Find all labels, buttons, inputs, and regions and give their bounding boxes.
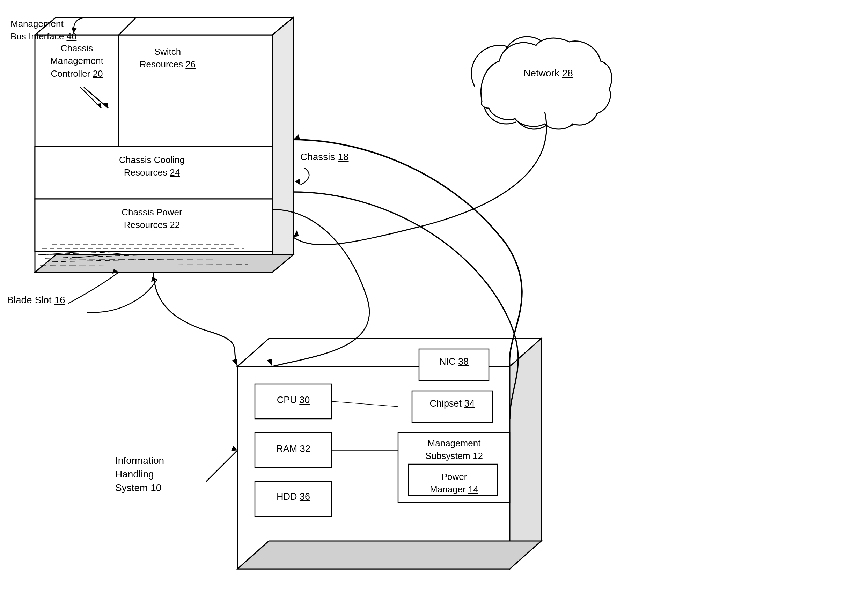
diagram: ManagementBus Interface 40 ChassisManage… <box>0 0 852 616</box>
mgmt-subsystem-label: ManagementSubsystem 12 <box>401 437 508 462</box>
svg-marker-2 <box>272 17 293 272</box>
svg-marker-42 <box>232 359 237 366</box>
switch-resources-label: SwitchResources 26 <box>124 45 211 71</box>
svg-marker-46 <box>231 446 237 451</box>
ram-label: RAM 32 <box>257 443 330 456</box>
chipset-label: Chipset 34 <box>414 397 491 410</box>
svg-marker-44 <box>293 230 299 237</box>
svg-marker-45 <box>293 134 300 140</box>
info-handling-label: InformationHandlingSystem 10 <box>115 454 164 495</box>
network-label: Network 28 <box>503 66 594 80</box>
svg-marker-34 <box>237 541 541 569</box>
chassis-label: Chassis 18 <box>300 150 349 164</box>
power-manager-label: PowerManager 14 <box>411 470 497 496</box>
svg-marker-33 <box>510 339 541 569</box>
cpu-label: CPU 30 <box>257 394 330 407</box>
hdd-label: HDD 36 <box>257 490 330 504</box>
chassis-power-label: Chassis PowerResources 22 <box>38 206 265 231</box>
svg-marker-32 <box>237 339 541 366</box>
management-bus-label: ManagementBus Interface 40 <box>11 17 77 43</box>
chassis-mgmt-controller-label: ChassisManagementController 20 <box>37 42 117 80</box>
chassis-cooling-label: Chassis CoolingResources 24 <box>38 154 265 179</box>
blade-slot-label: Blade Slot 16 <box>7 293 65 307</box>
nic-label: NIC 38 <box>421 355 487 369</box>
svg-marker-51 <box>295 179 300 185</box>
